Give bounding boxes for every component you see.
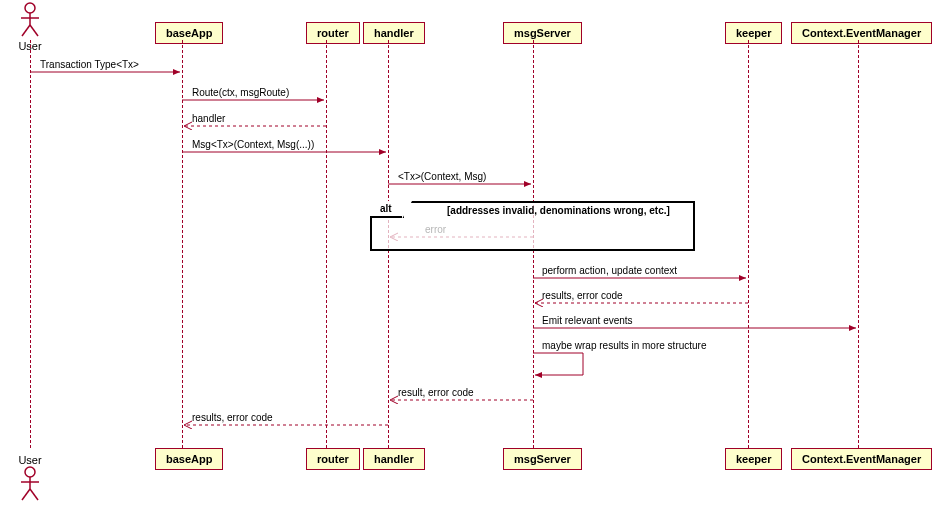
alt-label: alt <box>370 201 404 218</box>
participant-eventmanager-bottom: Context.EventManager <box>791 448 932 470</box>
msg-perform: perform action, update context <box>542 265 677 276</box>
svg-point-0 <box>25 3 35 13</box>
msg-route: Route(ctx, msgRoute) <box>192 87 289 98</box>
msg-msgtx: Msg<Tx>(Context, Msg(...)) <box>192 139 314 150</box>
participant-msgserver-top: msgServer <box>503 22 582 44</box>
actor-user-bottom: User <box>18 452 42 502</box>
lifeline-user <box>30 40 31 448</box>
svg-line-20 <box>30 489 38 500</box>
alt-condition: [addresses invalid, denominations wrong,… <box>447 205 670 216</box>
participant-baseapp-bottom: baseApp <box>155 448 223 470</box>
msg-transaction: Transaction Type<Tx> <box>40 59 139 70</box>
msg-tx-context: <Tx>(Context, Msg) <box>398 171 486 182</box>
participant-eventmanager-top: Context.EventManager <box>791 22 932 44</box>
svg-line-19 <box>22 489 30 500</box>
alt-fragment: alt [addresses invalid, denominations wr… <box>370 201 695 251</box>
msg-results2: results, error code <box>192 412 273 423</box>
lifeline-eventmanager <box>858 40 859 448</box>
lifeline-baseapp <box>182 40 183 448</box>
participant-keeper-bottom: keeper <box>725 448 782 470</box>
lifeline-router <box>326 40 327 448</box>
participant-handler-top: handler <box>363 22 425 44</box>
person-icon <box>18 466 42 502</box>
msg-results1: results, error code <box>542 290 623 301</box>
participant-msgserver-bottom: msgServer <box>503 448 582 470</box>
msg-handler-return: handler <box>192 113 225 124</box>
svg-point-16 <box>25 467 35 477</box>
arrows <box>0 0 940 508</box>
svg-line-4 <box>30 25 38 36</box>
msg-wrap: maybe wrap results in more structure <box>542 340 707 351</box>
participant-handler-bottom: handler <box>363 448 425 470</box>
participant-router-top: router <box>306 22 360 44</box>
participant-baseapp-top: baseApp <box>155 22 223 44</box>
person-icon <box>18 2 42 38</box>
msg-result: result, error code <box>398 387 474 398</box>
msg-emit: Emit relevant events <box>542 315 633 326</box>
svg-line-3 <box>22 25 30 36</box>
actor-label-bottom: User <box>18 454 42 466</box>
lifeline-keeper <box>748 40 749 448</box>
participant-router-bottom: router <box>306 448 360 470</box>
participant-keeper-top: keeper <box>725 22 782 44</box>
